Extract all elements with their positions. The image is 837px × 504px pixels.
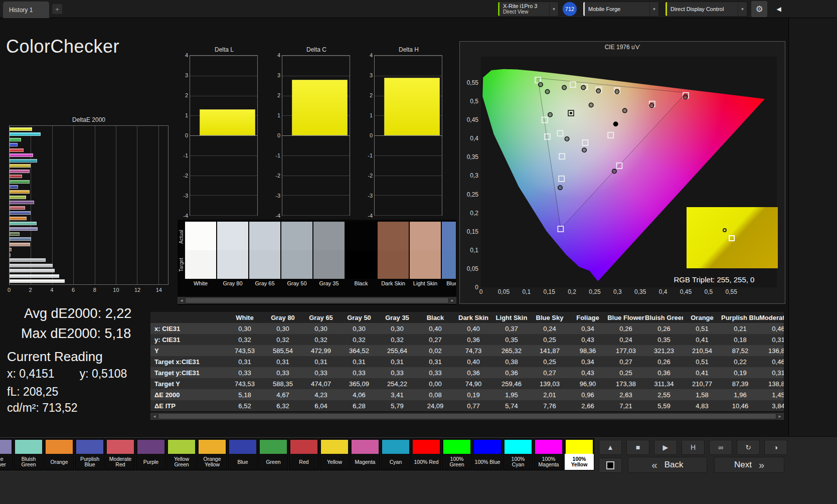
patch-button-blue-flower[interactable]: Blue Flower [0,438,13,470]
double-chevron-left-icon: « [652,459,657,471]
patch-button-green[interactable]: Green [258,438,288,470]
patch-button-cyan[interactable]: Cyan [381,438,411,470]
table-cell: 588,35 [264,378,302,389]
swatch-cell: Dark Skin [378,222,409,289]
pattern-step-button[interactable]: H [682,440,705,455]
patch-button-purple[interactable]: Purple [136,438,166,470]
source-dropdown[interactable]: Mobile Forge ▼ [583,2,659,17]
table-cell: 87,52 [721,345,759,356]
table-cell: 3,41 [378,389,416,400]
gridline [282,155,350,156]
patch-swatch [352,440,379,454]
table-cell: 0,21 [721,323,759,334]
patch-button-100-red[interactable]: 100% Red [411,438,441,470]
patch-button-100-blue[interactable]: 100% Blue [472,438,503,470]
patch-button-100-green[interactable]: 100% Green [442,438,472,470]
gridline [190,176,257,176]
patch-label: Purple [136,454,165,470]
gridline [282,215,350,216]
swatch-cell: White [185,222,216,289]
cie-panel: CIE 1976 u'v' 0,550,50,450,40,350,30,250… [459,41,785,304]
y-tick-label: 0,5 [470,98,478,105]
table-cell: 0,30 [378,323,416,334]
collapse-right-panel-button[interactable]: ◀ [773,3,784,15]
table-scrollbar-thumb[interactable] [158,414,776,419]
table-scrollbar[interactable]: ◄ ► [150,413,784,420]
contrast-button[interactable]: ◑ [764,440,787,455]
pattern-bar: Blue FlowerBluish GreenOrangePurplish Bl… [0,436,837,504]
next-button[interactable]: Next » [714,457,784,473]
patch-swatch [15,440,42,454]
table-cell: 7,21 [607,400,645,411]
play-button[interactable]: ▶ [654,440,677,455]
patch-swatch [535,440,562,454]
meter-dropdown[interactable]: X-Rite i1Pro 3 Direct View ▼ [497,2,559,17]
patch-button-red[interactable]: Red [289,438,319,470]
x-tick-label: 0,55 [726,288,737,295]
stop-button[interactable]: ■ [626,440,649,455]
patch-button-moderate-red[interactable]: Moderate Red [105,438,135,470]
swatch-scrollbar[interactable]: ◄ ► [178,297,456,304]
patch-button-yellow[interactable]: Yellow [319,438,350,470]
swatch-scrollbar-thumb[interactable] [186,298,448,303]
tab-history-1[interactable]: History 1 [3,2,49,18]
patch-button-bluish-green[interactable]: Bluish Green [14,438,44,470]
patch-swatch [505,440,532,454]
patch-swatch [413,440,440,454]
deltae2000-chart: DeltaE 2000 02468101214 [7,116,171,298]
pattern-window-button[interactable] [599,458,622,473]
patch-button-magenta[interactable]: Magenta [350,438,380,470]
table-cell: 1,96 [721,389,759,400]
patch-button-100-yellow[interactable]: 100% Yellow [564,438,594,470]
table-row-label: ΔE ITP [150,400,226,411]
patch-swatch [382,440,409,454]
current-cdm2-readout: cd/m²: 713,52 [7,401,78,415]
patch-button-orange[interactable]: Orange [44,438,74,470]
table-row-label: Y [150,345,226,356]
table-cell: 472,99 [302,345,340,356]
back-button[interactable]: « Back [628,457,707,473]
patch-button-purplish-blue[interactable]: Purplish Blue [75,438,105,470]
scroll-left-icon[interactable]: ◄ [178,297,185,303]
patch-button-yellow-green[interactable]: Yellow Green [166,438,197,470]
patch-button-blue[interactable]: Blue [228,438,258,470]
y-tick-label: 1 [181,112,188,118]
swatch-label: Gray 50 [281,279,312,287]
loop-button[interactable]: ↻ [737,440,760,455]
x-tick-label: 4 [50,287,53,293]
scroll-right-icon[interactable]: ► [449,297,456,303]
settings-button[interactable]: ⚙ [751,1,767,17]
display-control-dropdown[interactable]: Direct Display Control ▼ [665,2,747,17]
patch-label: Green [259,454,288,470]
scroll-right-icon[interactable]: ► [776,413,783,419]
results-table: WhiteGray 80Gray 65Gray 50Gray 35BlackDa… [150,312,784,412]
continuous-read-button[interactable]: ∞ [709,440,732,455]
table-cell: 210,77 [683,378,721,389]
patch-button-100-cyan[interactable]: 100% Cyan [503,438,533,470]
table-cell: 136,83 [759,345,784,356]
meter-count-badge[interactable]: 712 [563,2,577,16]
table-cell: 0,31 [302,356,340,367]
table-cell: 5,79 [378,400,416,411]
table-cell: 24,09 [416,400,454,411]
gridline [158,126,159,284]
swatch-label: Dark Skin [378,279,409,287]
gridline [190,76,257,76]
collapse-bar-button[interactable]: ▲ [599,440,622,455]
table-cell: 0,27 [531,367,569,378]
meter-dropdown-text: X-Rite i1Pro 3 Direct View [499,2,549,16]
scroll-left-icon[interactable]: ◄ [151,413,158,419]
table-cell: 74,90 [454,378,492,389]
table-cell: 141,87 [531,345,569,356]
patch-label: 100% Magenta [534,454,563,470]
swatch-cell: Gray 35 [313,222,345,289]
add-tab-button[interactable]: + [52,4,62,14]
de-bar [10,196,26,199]
table-cell: 2,66 [569,400,607,411]
table-cell: 0,37 [492,323,531,334]
gridline [282,176,350,176]
table-cell: 0,25 [531,356,569,367]
loop-icon: ↻ [745,443,751,451]
patch-button-100-magenta[interactable]: 100% Magenta [534,438,564,470]
patch-button-orange-yellow[interactable]: Orange Yellow [197,438,227,470]
